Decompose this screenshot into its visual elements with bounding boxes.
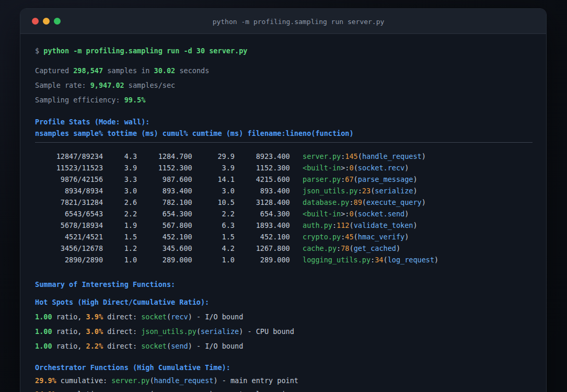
text-segment: Sample rate: — [35, 81, 90, 89]
text-segment: ) — [404, 210, 409, 218]
text-segment: ( — [149, 376, 154, 385]
table-row: 4521/4521 1.5 452.100 1.5 452.100 crypto… — [35, 231, 533, 243]
text-segment: Profile Stats (Mode: wall): — [35, 118, 149, 126]
text-segment: cumulative: — [56, 376, 112, 385]
text-segment: ) - CPU bound — [239, 327, 294, 336]
text-segment: 99.5% — [124, 96, 146, 104]
text-segment: hmac_verify — [358, 233, 404, 241]
text-segment: ( — [349, 244, 353, 252]
text-segment: ) - I/O bound — [188, 342, 244, 350]
table-row: 11523/11523 3.9 1152.300 3.9 1152.300 <b… — [35, 162, 533, 174]
text-segment: ) — [413, 221, 417, 229]
text-segment: socket — [141, 342, 167, 350]
table-header: nsamples sample% tottime (ms) cumul% cum… — [35, 128, 533, 139]
text-segment: crypto.py — [303, 233, 341, 241]
text-segment: ( — [167, 313, 171, 321]
command-line: $ python -m profiling.sampling run -d 30… — [35, 45, 533, 56]
text-segment: 14.1% — [35, 390, 56, 392]
text-segment: 78 — [341, 244, 349, 252]
minimize-button[interactable] — [43, 18, 50, 25]
text-segment: ) — [413, 175, 417, 183]
text-segment: server.py — [111, 376, 149, 385]
text-segment: 0 — [349, 210, 353, 218]
text-segment: serialize — [375, 187, 413, 195]
text-segment: seconds — [175, 66, 209, 75]
table-row: 7821/31284 2.6 782.100 10.5 3128.400 dat… — [35, 197, 533, 208]
text-segment: ( — [362, 198, 366, 206]
text-segment: ) — [434, 256, 438, 264]
close-button[interactable] — [32, 18, 39, 25]
text-segment: socket.recv — [358, 164, 404, 172]
text-segment: <built-in — [303, 210, 341, 218]
text-segment: Captured — [35, 66, 73, 75]
hot-spot-line: 1.00 ratio, 2.2% direct: socket(send) - … — [35, 340, 533, 352]
text-segment: ratio, — [52, 342, 86, 350]
text-segment: ( — [149, 390, 154, 392]
text-segment: 1.00 — [35, 327, 52, 336]
text-segment: 1.00 — [35, 313, 52, 321]
text-segment: ) — [422, 198, 426, 206]
text-segment: 9,947.02 — [90, 81, 124, 89]
text-segment: execute_query — [366, 198, 422, 206]
text-segment: : — [358, 187, 362, 195]
text-segment: ) — [404, 164, 409, 172]
zoom-button[interactable] — [54, 18, 61, 25]
text-segment: Summary of Interesting Functions: — [35, 280, 175, 289]
text-segment: : — [349, 198, 353, 206]
text-segment: 29.9% — [35, 376, 56, 385]
table-row: 6543/6543 2.2 654.300 2.2 654.300 <built… — [35, 208, 533, 220]
table-row: 9876/42156 3.3 987.600 14.1 4215.600 par… — [35, 174, 533, 185]
text-segment: 112 — [337, 221, 349, 229]
text-segment: recv — [171, 313, 188, 321]
text-segment: Orchestrator Functions (High Cumulative … — [35, 363, 230, 372]
text-segment: ) — [404, 233, 409, 241]
terminal-output: $ python -m profiling.sampling run -d 30… — [20, 34, 546, 392]
text-segment: handle_request — [154, 376, 214, 385]
hot-spots-heading: Hot Spots (High Direct/Cumulative Ratio)… — [35, 296, 533, 308]
table-separator — [35, 142, 533, 143]
title-bar: python -m profiling.sampling run server.… — [20, 9, 546, 34]
text-segment: : — [332, 221, 337, 229]
table-row: 3456/12678 1.2 345.600 4.2 1267.800 cach… — [35, 243, 533, 254]
efficiency-line: Sampling efficiency: 99.5% — [35, 94, 533, 106]
window-title: python -m profiling.sampling run server.… — [213, 17, 385, 25]
text-segment: serialize — [201, 327, 239, 336]
terminal-window: python -m profiling.sampling run server.… — [20, 8, 547, 392]
text-segment: ) - protocol parsing — [209, 390, 294, 392]
text-segment: 3456/12678 1.2 345.600 4.2 1267.800 — [35, 244, 303, 252]
text-segment: ( — [196, 327, 201, 336]
hot-spot-line: 1.00 ratio, 3.9% direct: socket(recv) - … — [35, 311, 533, 322]
text-segment: auth.py — [303, 221, 332, 229]
text-segment: samples in — [103, 66, 154, 75]
text-segment: ) - main entry point — [213, 376, 298, 385]
text-segment: parser.py — [111, 390, 149, 392]
text-segment: 2.2% — [86, 342, 103, 350]
text-segment: ) - I/O bound — [188, 313, 244, 321]
text-segment: cache.py — [303, 244, 337, 252]
text-segment: socket.send — [358, 210, 404, 218]
text-segment: Sampling efficiency: — [35, 96, 124, 104]
hot-spot-line: 1.00 ratio, 3.0% direct: json_utils.py(s… — [35, 326, 533, 337]
text-segment: json_utils.py — [303, 187, 358, 195]
text-segment: direct: — [103, 313, 141, 321]
table-row: 8934/8934 3.0 893.400 3.0 893.400 json_u… — [35, 185, 533, 197]
text-segment: 12847/89234 4.3 1284.700 29.9 8923.400 — [35, 152, 303, 160]
text-segment: 5678/18934 1.9 567.800 6.3 1893.400 — [35, 221, 303, 229]
text-segment: 6543/6543 2.2 654.300 2.2 654.300 — [35, 210, 303, 218]
text-segment: Hot Spots (High Direct/Cumulative Ratio)… — [35, 298, 209, 306]
text-segment: 3.9% — [86, 313, 103, 321]
text-segment: parse_message — [154, 390, 210, 392]
text-segment: logging_utils.py — [303, 256, 371, 264]
profile-table: 12847/89234 4.3 1284.700 29.9 8923.400 s… — [35, 151, 533, 266]
text-segment: parser.py — [303, 175, 341, 183]
text-segment: send — [171, 342, 188, 350]
text-segment: 23 — [362, 187, 371, 195]
orchestrator-line: 29.9% cumulative: server.py(handle_reque… — [35, 375, 533, 386]
text-segment: $ — [35, 47, 43, 55]
text-segment: 3.0% — [86, 327, 103, 336]
text-segment: 2890/2890 1.0 289.000 1.0 289.000 — [35, 256, 303, 264]
text-segment: handle_request — [362, 152, 422, 160]
captured-line: Captured 298,547 samples in 30.02 second… — [35, 65, 533, 76]
profile-stats-heading: Profile Stats (Mode: wall): — [35, 116, 533, 128]
text-segment: json_utils.py — [141, 327, 196, 336]
